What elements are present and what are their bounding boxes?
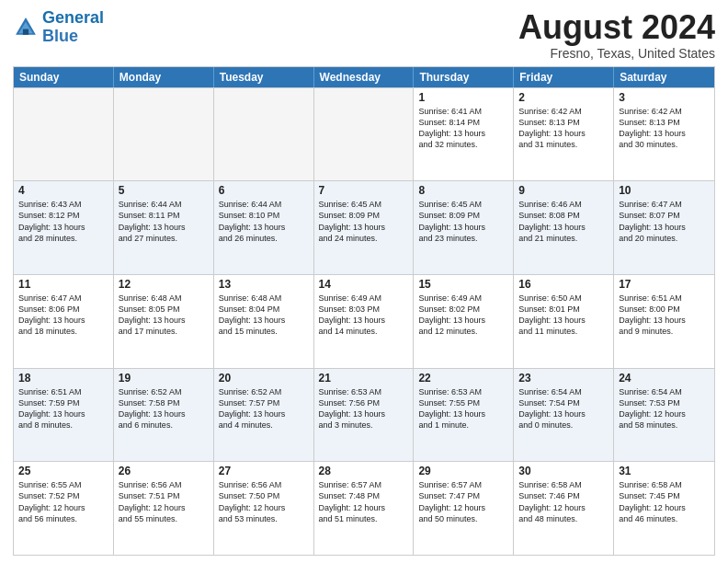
cell-content: Sunrise: 6:51 AM Sunset: 7:59 PM Dayligh… [18,386,108,431]
cell-content: Sunrise: 6:48 AM Sunset: 8:05 PM Dayligh… [119,293,209,338]
calendar-cell-day-29: 29Sunrise: 6:57 AM Sunset: 7:47 PM Dayli… [414,462,514,555]
calendar-cell-day-6: 6Sunrise: 6:44 AM Sunset: 8:10 PM Daylig… [214,181,314,274]
cell-content: Sunrise: 6:53 AM Sunset: 7:56 PM Dayligh… [319,386,409,431]
cell-content: Sunrise: 6:42 AM Sunset: 8:13 PM Dayligh… [619,106,710,151]
calendar-header-monday: Monday [114,67,214,87]
cell-content: Sunrise: 6:54 AM Sunset: 7:53 PM Dayligh… [619,386,710,431]
day-number: 27 [219,465,309,477]
cell-content: Sunrise: 6:52 AM Sunset: 7:57 PM Dayligh… [219,386,309,431]
cell-content: Sunrise: 6:58 AM Sunset: 7:45 PM Dayligh… [619,479,710,524]
calendar-cell-day-13: 13Sunrise: 6:48 AM Sunset: 8:04 PM Dayli… [214,275,314,368]
cell-content: Sunrise: 6:54 AM Sunset: 7:54 PM Dayligh… [518,386,609,431]
cell-content: Sunrise: 6:44 AM Sunset: 8:10 PM Dayligh… [219,199,309,244]
cell-content: Sunrise: 6:47 AM Sunset: 8:07 PM Dayligh… [619,199,710,244]
calendar-cell-day-4: 4Sunrise: 6:43 AM Sunset: 8:12 PM Daylig… [14,181,114,274]
day-number: 13 [219,278,309,291]
day-number: 24 [619,372,710,385]
cell-content: Sunrise: 6:46 AM Sunset: 8:08 PM Dayligh… [518,199,609,244]
calendar-cell-empty-0-3 [314,88,415,181]
calendar-cell-day-15: 15Sunrise: 6:49 AM Sunset: 8:02 PM Dayli… [414,275,514,368]
calendar-cell-day-7: 7Sunrise: 6:45 AM Sunset: 8:09 PM Daylig… [314,181,415,274]
day-number: 22 [418,372,508,385]
day-number: 11 [18,278,108,291]
calendar-cell-day-2: 2Sunrise: 6:42 AM Sunset: 8:13 PM Daylig… [514,88,614,181]
calendar-header-thursday: Thursday [414,67,514,87]
cell-content: Sunrise: 6:44 AM Sunset: 8:11 PM Dayligh… [119,199,209,244]
day-number: 23 [518,372,609,385]
logo-text: General Blue [42,9,104,46]
calendar-header-tuesday: Tuesday [214,67,314,87]
calendar-cell-day-16: 16Sunrise: 6:50 AM Sunset: 8:01 PM Dayli… [514,275,614,368]
calendar-header-wednesday: Wednesday [314,67,415,87]
calendar-cell-day-31: 31Sunrise: 6:58 AM Sunset: 7:45 PM Dayli… [614,462,714,555]
calendar-row-1: 4Sunrise: 6:43 AM Sunset: 8:12 PM Daylig… [14,180,714,274]
calendar-cell-day-14: 14Sunrise: 6:49 AM Sunset: 8:03 PM Dayli… [314,275,415,368]
day-number: 15 [418,278,508,291]
calendar-body: 1Sunrise: 6:41 AM Sunset: 8:14 PM Daylig… [14,87,714,555]
cell-content: Sunrise: 6:43 AM Sunset: 8:12 PM Dayligh… [18,199,108,244]
calendar-cell-day-8: 8Sunrise: 6:45 AM Sunset: 8:09 PM Daylig… [414,181,514,274]
calendar-cell-day-30: 30Sunrise: 6:58 AM Sunset: 7:46 PM Dayli… [514,462,614,555]
calendar-header-friday: Friday [514,67,614,87]
day-number: 17 [619,278,710,291]
logo-general: General [42,8,104,27]
page: General Blue August 2024 Fresno, Texas, … [0,0,728,563]
calendar-row-2: 11Sunrise: 6:47 AM Sunset: 8:06 PM Dayli… [14,274,714,368]
cell-content: Sunrise: 6:57 AM Sunset: 7:47 PM Dayligh… [418,479,508,524]
cell-content: Sunrise: 6:45 AM Sunset: 8:09 PM Dayligh… [319,199,409,244]
day-number: 20 [219,372,309,385]
calendar-cell-day-27: 27Sunrise: 6:56 AM Sunset: 7:50 PM Dayli… [214,462,314,555]
day-number: 8 [418,184,508,197]
calendar-cell-day-11: 11Sunrise: 6:47 AM Sunset: 8:06 PM Dayli… [14,275,114,368]
day-number: 9 [518,184,609,197]
cell-content: Sunrise: 6:41 AM Sunset: 8:14 PM Dayligh… [418,106,508,151]
calendar-cell-day-10: 10Sunrise: 6:47 AM Sunset: 8:07 PM Dayli… [614,181,714,274]
day-number: 21 [319,372,409,385]
calendar-row-4: 25Sunrise: 6:55 AM Sunset: 7:52 PM Dayli… [14,461,714,555]
day-number: 14 [319,278,409,291]
cell-content: Sunrise: 6:52 AM Sunset: 7:58 PM Dayligh… [119,386,209,431]
calendar-cell-day-17: 17Sunrise: 6:51 AM Sunset: 8:00 PM Dayli… [614,275,714,368]
day-number: 5 [119,184,209,197]
cell-content: Sunrise: 6:47 AM Sunset: 8:06 PM Dayligh… [18,293,108,338]
cell-content: Sunrise: 6:56 AM Sunset: 7:51 PM Dayligh… [119,479,209,524]
day-number: 7 [319,184,409,197]
calendar-header-sunday: Sunday [14,67,114,87]
calendar-cell-day-5: 5Sunrise: 6:44 AM Sunset: 8:11 PM Daylig… [114,181,214,274]
month-title: August 2024 [518,9,715,46]
calendar: SundayMondayTuesdayWednesdayThursdayFrid… [13,66,715,556]
day-number: 2 [518,91,609,104]
title-block: August 2024 Fresno, Texas, United States [518,9,715,61]
calendar-cell-day-20: 20Sunrise: 6:52 AM Sunset: 7:57 PM Dayli… [214,369,314,462]
calendar-cell-day-19: 19Sunrise: 6:52 AM Sunset: 7:58 PM Dayli… [114,369,214,462]
day-number: 4 [18,184,108,197]
day-number: 29 [418,465,508,477]
day-number: 1 [418,91,508,104]
calendar-header-saturday: Saturday [614,67,714,87]
day-number: 3 [619,91,710,104]
calendar-cell-day-24: 24Sunrise: 6:54 AM Sunset: 7:53 PM Dayli… [614,369,714,462]
cell-content: Sunrise: 6:56 AM Sunset: 7:50 PM Dayligh… [219,479,309,524]
logo: General Blue [13,9,104,46]
cell-content: Sunrise: 6:51 AM Sunset: 8:00 PM Dayligh… [619,293,710,338]
day-number: 18 [18,372,108,385]
day-number: 16 [518,278,609,291]
cell-content: Sunrise: 6:58 AM Sunset: 7:46 PM Dayligh… [518,479,609,524]
location: Fresno, Texas, United States [518,46,715,61]
calendar-cell-day-1: 1Sunrise: 6:41 AM Sunset: 8:14 PM Daylig… [414,88,514,181]
calendar-cell-empty-0-2 [214,88,314,181]
day-number: 12 [119,278,209,291]
calendar-cell-day-18: 18Sunrise: 6:51 AM Sunset: 7:59 PM Dayli… [14,369,114,462]
calendar-cell-day-21: 21Sunrise: 6:53 AM Sunset: 7:56 PM Dayli… [314,369,415,462]
day-number: 6 [219,184,309,197]
calendar-cell-day-9: 9Sunrise: 6:46 AM Sunset: 8:08 PM Daylig… [514,181,614,274]
cell-content: Sunrise: 6:49 AM Sunset: 8:03 PM Dayligh… [319,293,409,338]
day-number: 31 [619,465,710,477]
calendar-cell-day-25: 25Sunrise: 6:55 AM Sunset: 7:52 PM Dayli… [14,462,114,555]
cell-content: Sunrise: 6:45 AM Sunset: 8:09 PM Dayligh… [418,199,508,244]
calendar-cell-day-3: 3Sunrise: 6:42 AM Sunset: 8:13 PM Daylig… [614,88,714,181]
cell-content: Sunrise: 6:48 AM Sunset: 8:04 PM Dayligh… [219,293,309,338]
cell-content: Sunrise: 6:49 AM Sunset: 8:02 PM Dayligh… [418,293,508,338]
calendar-row-3: 18Sunrise: 6:51 AM Sunset: 7:59 PM Dayli… [14,368,714,462]
day-number: 10 [619,184,710,197]
